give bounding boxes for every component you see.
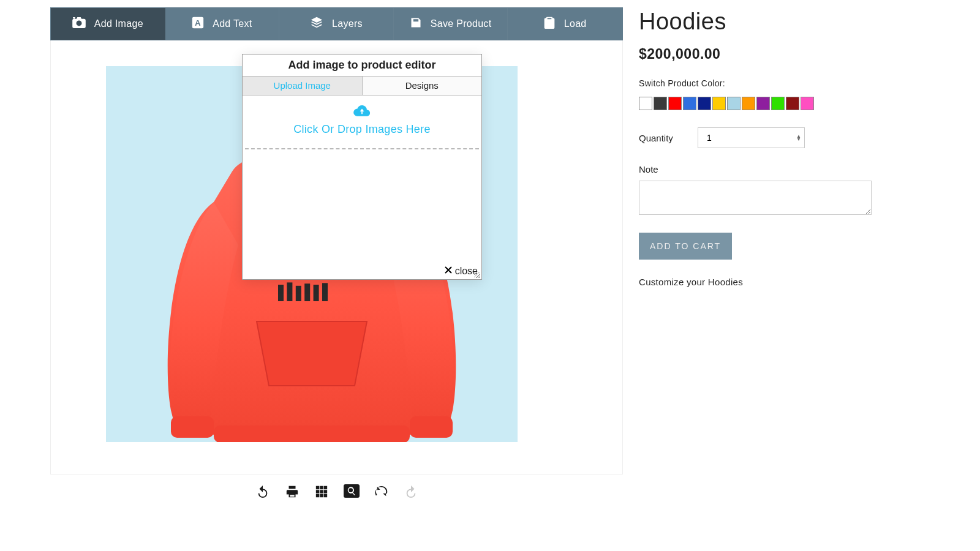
toolbar-add-text[interactable]: A Add Text [165,8,280,40]
toolbar-add-image[interactable]: Add Image [51,8,165,40]
modal-title: Add image to product editor [243,54,481,77]
color-swatch[interactable] [727,97,741,110]
modal-tabs: Upload Image Designs [243,77,481,96]
save-icon [410,17,422,31]
camera-plus-icon [72,17,86,31]
toolbar-label: Save Product [431,18,492,29]
modal-close-button[interactable]: close [243,263,481,279]
add-to-cart-button[interactable]: ADD TO CART [639,233,732,260]
upload-dropzone[interactable]: Click Or Drop Images Here [243,96,481,148]
svg-rect-6 [287,282,292,301]
note-textarea[interactable] [639,181,872,215]
product-title: Hoodies [639,9,968,35]
layers-icon [310,16,323,32]
color-swatch[interactable] [771,97,785,110]
color-swatch[interactable] [742,97,755,110]
toolbar-label: Layers [332,18,363,29]
tab-designs[interactable]: Designs [363,77,482,95]
color-swatch[interactable] [786,97,799,110]
svg-rect-2 [171,416,214,438]
editor-toolbar: Add Image A Add Text Layers Save Product… [50,7,623,40]
bottom-action-bar [50,484,623,499]
svg-rect-5 [278,285,284,301]
svg-rect-9 [314,285,319,301]
color-swatch[interactable] [639,97,652,110]
uploaded-images-area [243,149,481,263]
svg-rect-4 [214,425,410,442]
toolbar-label: Load [564,18,587,29]
svg-text:A: A [195,18,201,28]
color-swatches [639,97,968,110]
undo-button[interactable] [255,484,270,499]
grid-button[interactable] [314,484,329,499]
toolbar-label: Add Image [94,18,143,29]
zoom-preview-button[interactable] [344,484,360,498]
toolbar-layers[interactable]: Layers [279,8,394,40]
color-swatch[interactable] [801,97,814,110]
clipboard-check-icon [543,16,556,32]
reset-button[interactable] [374,484,389,499]
toolbar-save[interactable]: Save Product [394,8,508,40]
color-swatch[interactable] [756,97,770,110]
add-image-modal: Add image to product editor Upload Image… [242,54,482,280]
redo-button[interactable] [404,484,418,499]
color-swatch[interactable] [683,97,696,110]
svg-rect-8 [304,283,310,301]
color-swatch[interactable] [668,97,682,110]
svg-rect-7 [296,286,301,301]
text-a-icon: A [192,17,204,31]
product-sidebar: Hoodies $200,000.00 Switch Product Color… [623,0,980,551]
svg-rect-3 [410,416,453,438]
resize-handle-icon[interactable] [474,272,480,278]
note-label: Note [639,164,968,174]
color-picker-label: Switch Product Color: [639,78,968,88]
upload-dropzone-label: Click Or Drop Images Here [246,123,478,136]
close-icon [444,266,453,277]
tab-upload-image[interactable]: Upload Image [243,77,363,95]
svg-rect-10 [322,283,328,301]
toolbar-load[interactable]: Load [508,8,622,40]
cloud-upload-icon [246,104,478,119]
toolbar-label: Add Text [213,18,252,29]
color-swatch[interactable] [712,97,726,110]
quantity-label: Quantity [639,133,673,143]
product-price: $200,000.00 [639,46,968,62]
color-swatch[interactable] [654,97,667,110]
print-button[interactable] [285,484,300,499]
quantity-input[interactable] [698,127,805,148]
color-swatch[interactable] [698,97,711,110]
product-description: Customize your Hoodies [639,277,968,287]
